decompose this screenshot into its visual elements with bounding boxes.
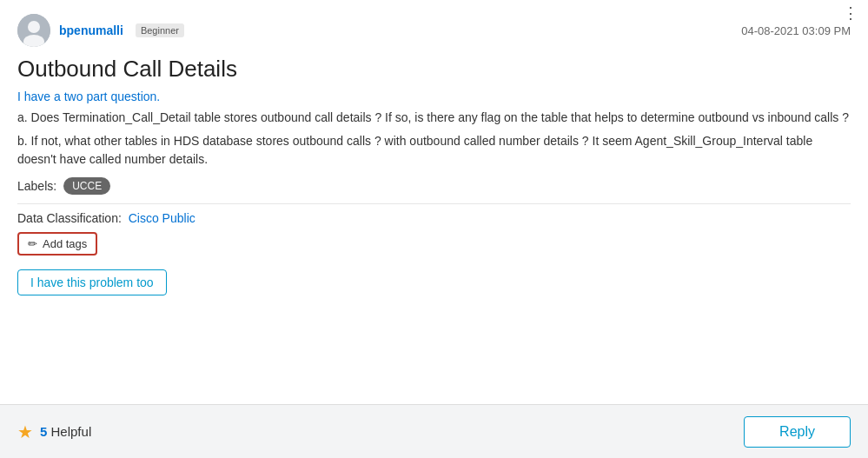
user-header: bpenumalli Beginner 04-08-2021 03:09 PM [17, 14, 851, 47]
post-intro: I have a two part question. [17, 90, 851, 103]
page-wrapper: ⋮ bpenumalli Beginner 04-08-2021 03:09 P… [0, 0, 868, 458]
avatar [17, 14, 50, 47]
username[interactable]: bpenumalli [59, 23, 123, 37]
content-area: bpenumalli Beginner 04-08-2021 03:09 PM … [0, 0, 868, 404]
post-body-b: b. If not, what other tables in HDS data… [17, 132, 851, 169]
star-icon[interactable]: ★ [17, 421, 33, 442]
helpful-number: 5 [40, 424, 47, 439]
footer-bar: ★ 5 Helpful Reply [0, 404, 868, 458]
classification-value[interactable]: Cisco Public [129, 211, 195, 225]
data-classification: Data Classification: Cisco Public [17, 211, 851, 225]
problem-button[interactable]: I have this problem too [17, 269, 167, 295]
helpful-count: 5 Helpful [40, 424, 91, 439]
user-badge: Beginner [136, 23, 184, 37]
post-body-a: a. Does Termination_Call_Detail table st… [17, 109, 851, 127]
labels-row: Labels: UCCE [17, 177, 851, 195]
pencil-icon: ✏ [28, 237, 37, 250]
label-tag-ucce[interactable]: UCCE [63, 177, 110, 195]
post-title: Outbound Call Details [17, 56, 851, 83]
add-tags-label: Add tags [43, 237, 87, 250]
user-info: bpenumalli Beginner [17, 14, 184, 47]
svg-point-1 [28, 21, 40, 33]
add-tags-button[interactable]: ✏ Add tags [17, 232, 97, 256]
helpful-section: ★ 5 Helpful [17, 421, 91, 442]
reply-button[interactable]: Reply [744, 416, 851, 448]
divider [17, 203, 851, 204]
classification-prefix: Data Classification: [17, 211, 122, 225]
post-date: 04-08-2021 03:09 PM [741, 24, 851, 37]
more-options-button[interactable]: ⋮ [843, 3, 859, 23]
helpful-label-text: Helpful [51, 424, 92, 439]
labels-prefix: Labels: [17, 179, 56, 193]
